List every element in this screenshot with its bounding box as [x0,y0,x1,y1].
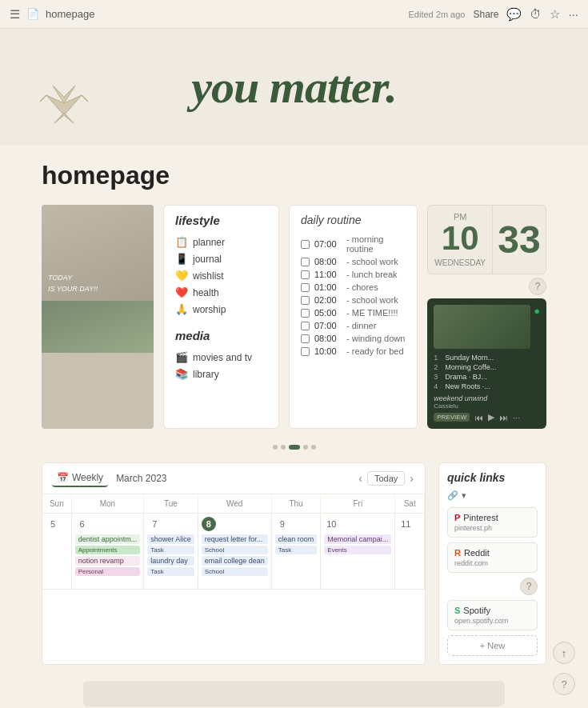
routine-desc-8: - ready for bed [346,346,404,356]
cal-cell-5[interactable]: 5 [42,514,72,590]
routine-desc-3: - chores [346,282,378,292]
cal-event-school-badge-2: School [202,567,268,576]
cal-event-notion[interactable]: notion revamp [75,556,141,566]
routine-checkbox-7[interactable] [301,334,310,343]
health-icon: ❤️ [175,286,188,298]
scroll-up-button[interactable]: ↑ [553,642,575,664]
routine-checkbox-1[interactable] [301,258,310,266]
dot-4[interactable] [311,445,316,450]
cal-cell-9[interactable]: 9 clean room Task [272,514,322,590]
routine-checkbox-3[interactable] [301,283,310,292]
next-month-button[interactable]: › [408,470,415,486]
more-music-button[interactable]: ··· [513,413,520,422]
dot-3[interactable] [303,445,308,450]
help-fixed-button[interactable]: ? [553,673,575,695]
prev-button[interactable]: ⏮ [474,413,483,422]
weekly-tab[interactable]: 📅 Weekly [52,470,108,487]
routine-checkbox-4[interactable] [301,296,310,305]
track-1[interactable]: 1 Sunday Morn... [434,353,530,362]
movies-icon: 🎬 [175,351,188,363]
lifestyle-item-worship[interactable]: 🙏 worship [175,301,267,318]
routine-checkbox-0[interactable] [301,240,310,249]
quick-links-widget: quick links 🔗 ▾ P Pinterest pinterest.ph… [438,462,546,665]
routine-item-4: 02:00 - school work [301,294,406,306]
lifestyle-item-wishlist[interactable]: 💛 wishlist [175,267,267,284]
pinterest-name: Pinterest [463,513,498,522]
routine-item-3: 01:00 - chores [301,281,406,294]
prev-month-button[interactable]: ‹ [357,470,364,486]
cal-event-clean[interactable]: clean room [275,534,318,544]
cal-event-request[interactable]: request letter for... [202,534,268,544]
quick-links-filter[interactable]: 🔗 ▾ [447,490,538,501]
more-icon[interactable]: ··· [568,7,578,21]
weekly-label: Weekly [72,472,103,483]
dot-1[interactable] [281,445,286,450]
share-button[interactable]: Share [473,9,498,20]
music-playlist-name: weekend unwind [434,394,540,402]
routine-title: daily routine [301,214,406,226]
dot-2[interactable] [289,445,300,450]
photo-bottom [42,301,154,353]
track-3[interactable]: 3 Drama · BJ... [434,372,530,382]
ql-item-reddit[interactable]: R Reddit reddit.com [447,542,538,573]
ql-help-button[interactable]: ? [520,578,538,595]
cal-event-task-badge-1: Task [147,546,194,554]
cal-event-shower[interactable]: shower Alice [147,534,194,544]
routine-desc-6: - dinner [346,321,376,330]
cal-cell-8[interactable]: 8 request letter for... School email col… [198,514,272,590]
routine-checkbox-5[interactable] [301,309,310,318]
today-button[interactable]: Today [367,471,405,486]
ql-item-pinterest[interactable]: P Pinterest pinterest.ph [447,507,538,538]
routine-checkbox-2[interactable] [301,270,310,279]
spotify-name: Spotify [463,606,490,615]
menu-icon[interactable]: ☰ [10,7,20,22]
new-link-button[interactable]: + New [447,635,538,656]
cal-date-8: 8 [202,517,216,531]
track-name-1: Sunday Morn... [445,354,530,362]
widgets-row: TODAYIS YOUR DAY!! lifestyle 📋 planner 📱… [42,205,546,429]
routine-checkbox-8[interactable] [301,347,310,356]
routine-checkbox-6[interactable] [301,322,310,330]
track-num-2: 2 [434,363,442,371]
lifestyle-title: lifestyle [175,214,267,227]
dot-0[interactable] [273,445,278,450]
play-button[interactable]: ▶ [488,412,494,422]
routine-widget: daily routine 07:00 - morning routine 08… [289,205,418,429]
routine-item-6: 07:00 - dinner [301,319,406,332]
next-button[interactable]: ⏭ [499,413,508,422]
cal-cell-7[interactable]: 7 shower Alice Task laundry day Task [144,514,198,590]
cal-event-school-badge-1: School [202,546,268,554]
cal-cell-11[interactable]: 11 [395,514,425,590]
topbar-right: Edited 2m ago Share 💬 ⏱ ☆ ··· [409,7,578,22]
cal-cell-10[interactable]: 10 Memorial campai... Events [321,514,395,590]
reddit-icon: R [454,548,461,558]
cal-date-11: 11 [398,517,413,531]
ql-spotify-header: S Spotify [454,606,530,615]
cal-event-email[interactable]: email college dean [202,556,268,566]
cal-event-memorial[interactable]: Memorial campai... [324,534,391,544]
cal-event-laundry[interactable]: laundry day [147,556,194,566]
cal-event-appointments-badge: Appointments [75,546,141,554]
timer-icon[interactable]: ⏱ [530,7,542,21]
cal-date-7: 7 [147,517,162,531]
media-item-library[interactable]: 📚 library [175,366,267,382]
bottom-bar [83,681,505,706]
movies-label: movies and tv [193,352,252,363]
help-button[interactable]: ? [529,278,546,295]
media-item-movies[interactable]: 🎬 movies and tv [175,349,267,366]
day-number: 33 [498,221,540,259]
music-thumbnail [434,305,530,349]
cal-cell-6[interactable]: 6 dentist appointm... Appointments notio… [72,514,145,590]
lifestyle-item-journal[interactable]: 📱 journal [175,250,267,267]
clock-number-row: PM 10 WEDNESDAY 33 [427,205,546,274]
routine-desc-0: - morning routine [346,234,406,254]
ql-item-spotify[interactable]: S Spotify open.spotify.com [447,600,538,630]
track-4[interactable]: 4 New Roots ·... [434,382,530,391]
cal-event-dentist[interactable]: dentist appointm... [75,534,141,544]
track-2[interactable]: 2 Morning Coffe... [434,362,530,372]
page-icon: 📄 [26,8,39,20]
star-icon[interactable]: ☆ [550,7,560,22]
comment-icon[interactable]: 💬 [506,7,522,22]
lifestyle-item-planner[interactable]: 📋 planner [175,234,267,250]
lifestyle-item-health[interactable]: ❤️ health [175,284,267,301]
